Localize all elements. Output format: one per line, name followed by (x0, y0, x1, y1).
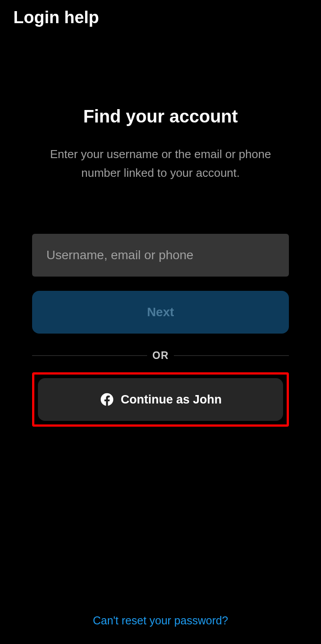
facebook-button-label: Continue as John (121, 393, 222, 407)
or-label: OR (152, 350, 169, 362)
highlight-annotation: Continue as John (32, 372, 289, 427)
find-account-heading: Find your account (32, 106, 289, 126)
facebook-icon (99, 392, 115, 407)
find-account-subtext: Enter your username or the email or phon… (32, 145, 289, 182)
page-title: Login help (13, 8, 308, 27)
main-content: Find your account Enter your username or… (0, 27, 321, 614)
next-button[interactable]: Next (32, 291, 289, 334)
cant-reset-password-link[interactable]: Can't reset your password? (0, 614, 321, 627)
username-email-phone-input[interactable] (32, 234, 289, 277)
divider-line-right (174, 355, 289, 356)
divider-line-left (32, 355, 147, 356)
or-divider: OR (32, 350, 289, 362)
continue-facebook-button[interactable]: Continue as John (38, 378, 283, 421)
header: Login help (0, 0, 321, 27)
input-row (32, 234, 289, 277)
